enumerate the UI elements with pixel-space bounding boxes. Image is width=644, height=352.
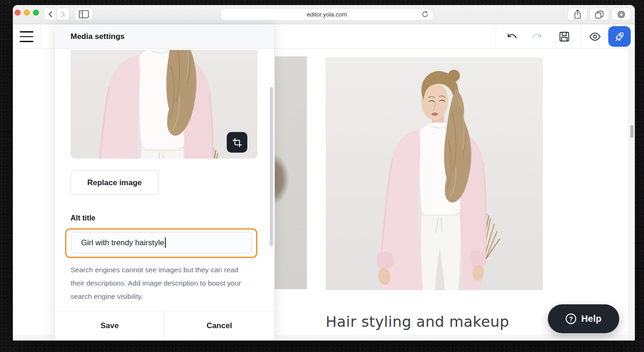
address-bar[interactable]: editor.yola.com (221, 9, 433, 20)
tabs-icon (594, 9, 605, 20)
save-button[interactable] (558, 31, 570, 43)
cancel-button[interactable]: Cancel (164, 311, 274, 341)
save-settings-button[interactable]: Save (55, 311, 164, 341)
crop-icon (232, 138, 242, 148)
help-label: Help (581, 314, 601, 324)
page-scrollbar (628, 49, 635, 341)
tab-overview-button[interactable] (590, 8, 609, 20)
zoom-window-button[interactable] (33, 10, 39, 16)
media-settings-panel: Media settings Replace image Alt title G… (55, 24, 274, 341)
eye-icon (589, 32, 601, 42)
page-scrollbar-thumb[interactable] (630, 125, 633, 138)
redo-button[interactable] (531, 31, 543, 43)
alt-title-label: Alt title (71, 214, 95, 222)
preview-button[interactable] (589, 31, 601, 43)
url-text: editor.yola.com (307, 11, 347, 18)
panel-footer: Save Cancel (55, 311, 274, 341)
main-menu-button[interactable] (16, 30, 37, 44)
redo-icon (531, 32, 543, 41)
minimize-window-button[interactable] (24, 10, 30, 16)
browser-window: editor.yola.com (13, 5, 635, 341)
hamburger-icon (20, 31, 33, 33)
site-image-main[interactable] (326, 57, 543, 290)
panel-scrollbar-thumb[interactable] (270, 87, 273, 246)
chevron-right-icon (62, 12, 64, 17)
browser-chrome: editor.yola.com (13, 5, 635, 24)
alt-title-input[interactable]: Girl with trendy hairstyle (71, 232, 252, 253)
traffic-lights (15, 10, 39, 16)
panel-header: Media settings (55, 24, 274, 49)
question-icon: ? (566, 314, 576, 324)
rocket-icon (614, 31, 626, 43)
toolbar-divider (581, 24, 581, 49)
site-image-left[interactable] (275, 56, 307, 289)
girl-photo-illustration (326, 57, 543, 290)
panel-title: Media settings (71, 32, 125, 41)
sidebar-toggle-button[interactable] (75, 8, 93, 20)
forward-button[interactable] (57, 8, 69, 20)
chevron-left-icon (49, 12, 51, 17)
undo-icon (506, 32, 518, 41)
site-heading[interactable]: Hair styling and makeup (326, 313, 509, 330)
alt-title-helper-text: Search engines cannot see images but the… (71, 263, 247, 303)
download-icon (617, 10, 626, 19)
text-caret (165, 237, 166, 248)
toolbar-divider (40, 24, 41, 49)
sidebar-icon (79, 10, 89, 18)
save-icon (558, 31, 570, 43)
undo-button[interactable] (506, 31, 518, 43)
alt-title-value: Girl with trendy hairstyle (81, 238, 164, 248)
panel-body: Replace image Alt title Girl with trendy… (55, 49, 274, 311)
crop-button[interactable] (227, 132, 247, 153)
publish-button[interactable] (608, 26, 631, 47)
help-button[interactable]: ? Help (548, 304, 619, 333)
back-button[interactable] (44, 8, 56, 20)
alt-title-focus-ring: Girl with trendy hairstyle (65, 228, 257, 258)
downloads-button[interactable] (612, 8, 631, 20)
share-icon (573, 9, 582, 20)
close-window-button[interactable] (15, 10, 21, 16)
replace-image-button[interactable]: Replace image (71, 170, 158, 195)
reload-icon[interactable] (421, 11, 429, 18)
image-preview[interactable] (71, 50, 257, 159)
share-button[interactable] (568, 8, 587, 20)
toolbar-divider (496, 24, 496, 49)
